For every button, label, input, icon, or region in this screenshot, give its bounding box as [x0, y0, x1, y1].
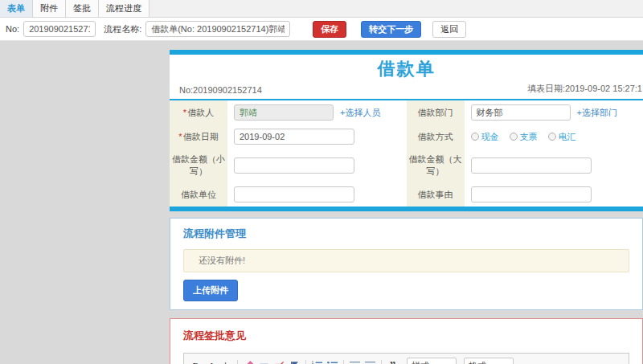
format-dropdown-label: 格式 — [469, 360, 486, 364]
tab-form[interactable]: 表单 — [0, 0, 33, 17]
no-attachments-notice: 还没有附件! — [183, 249, 629, 272]
toolbar-separator — [237, 360, 238, 364]
dept-label-cell: 借款部门 — [407, 100, 465, 125]
editor-toolbar: B I abc — [184, 354, 629, 364]
numbered-list-icon[interactable]: 123 — [310, 359, 324, 364]
dept-field-cell: +选择部门 — [465, 100, 643, 125]
no-label: No: — [6, 24, 19, 34]
strikethrough-icon[interactable]: abc — [219, 359, 233, 364]
fill-date: 填表日期:2019-09-02 15:27:1 — [527, 83, 642, 95]
table-row: 借款单位 借款事由 — [170, 182, 643, 207]
screen: 表单 附件 签批 流程进度 No: 流程名称: 保存 转交下一步 返回 借款单 … — [0, 0, 643, 364]
reason-label-cell: 借款事由 — [407, 182, 465, 207]
radio-cash-label: 现金 — [481, 131, 499, 143]
radio-circle-icon — [548, 133, 556, 141]
link-icon[interactable] — [257, 359, 271, 364]
doc-number: No:20190902152714 — [179, 85, 262, 95]
loan-form-panel: 借款单 No:20190902152714 填表日期:2019-09-02 15… — [170, 50, 643, 211]
required-marker: * — [178, 132, 182, 141]
forward-next-step-button[interactable]: 转交下一步 — [361, 21, 421, 38]
toolbar: No: 流程名称: 保存 转交下一步 返回 — [0, 18, 643, 41]
table-row: *借款人 +选择人员 借款部门 +选择部门 — [170, 100, 643, 125]
amount-upper-label: 借款金额（大写） — [409, 154, 462, 176]
radio-circle-icon — [471, 133, 479, 141]
loan-form-table: *借款人 +选择人员 借款部门 +选择部门 *借款日期 — [170, 100, 643, 207]
form-title: 借款单 — [170, 55, 643, 81]
bulleted-list-icon[interactable] — [326, 359, 339, 364]
select-dept-link[interactable]: +选择部门 — [577, 108, 617, 117]
date-label: 借款日期 — [183, 132, 219, 141]
radio-wire-label: 电汇 — [559, 131, 576, 143]
toolbar-separator — [305, 360, 306, 364]
blockquote-icon[interactable]: ” — [386, 359, 399, 364]
borrower-field-cell: +选择人员 — [227, 100, 407, 125]
outdent-icon[interactable] — [348, 359, 362, 364]
amount-lower-label-cell: 借款金额（小写） — [170, 149, 227, 182]
panel-bottom-bar — [170, 207, 643, 211]
dept-input[interactable] — [471, 104, 571, 121]
bold-icon[interactable]: B — [189, 359, 203, 364]
tab-approval[interactable]: 签批 — [66, 0, 99, 17]
borrower-label: 借款人 — [187, 108, 214, 117]
loan-date-input[interactable] — [234, 129, 354, 145]
date-field-cell — [227, 125, 407, 149]
radio-cheque[interactable]: 支票 — [510, 131, 538, 143]
unit-label-cell: 借款单位 — [170, 182, 227, 207]
radio-wire[interactable]: 电汇 — [548, 131, 576, 143]
indent-icon[interactable] — [363, 359, 377, 364]
tab-attachments[interactable]: 附件 — [33, 0, 66, 17]
unlink-icon[interactable] — [272, 359, 286, 364]
borrower-label-cell: *借款人 — [170, 100, 227, 125]
radio-circle-icon — [510, 133, 518, 141]
tab-bar: 表单 附件 签批 流程进度 — [0, 0, 643, 18]
method-field-cell: 现金 支票 电汇 — [465, 125, 643, 149]
header: 表单 附件 签批 流程进度 No: 流程名称: 保存 转交下一步 返回 — [0, 0, 643, 41]
attachments-heading: 流程附件管理 — [183, 227, 629, 241]
amount-upper-label-cell: 借款金额（大写） — [407, 149, 465, 182]
unit-label: 借款单位 — [181, 190, 216, 199]
reason-field-cell — [465, 182, 643, 207]
styles-dropdown[interactable]: 样式 ▾ — [407, 358, 457, 364]
amount-lower-field-cell — [227, 149, 407, 182]
table-row: *借款日期 借款方式 现金 支票 电汇 — [170, 125, 643, 149]
process-name-label: 流程名称: — [104, 23, 141, 35]
method-label-cell: 借款方式 — [407, 125, 465, 149]
toolbar-separator — [381, 360, 382, 364]
loan-unit-input[interactable] — [234, 186, 354, 202]
rich-text-editor: B I abc — [183, 353, 629, 364]
loan-reason-input[interactable] — [471, 186, 592, 202]
reason-label: 借款事由 — [418, 190, 453, 199]
format-dropdown[interactable]: 格式 ▾ — [464, 358, 514, 364]
process-name-input[interactable] — [145, 21, 290, 37]
doc-meta-row: No:20190902152714 填表日期:2019-09-02 15:27:… — [170, 81, 643, 100]
radio-cheque-label: 支票 — [520, 131, 538, 143]
amount-upper-field-cell — [465, 149, 643, 182]
save-button[interactable]: 保存 — [313, 21, 346, 38]
amount-lower-label: 借款金额（小写） — [172, 154, 225, 176]
anchor-flag-icon[interactable] — [288, 359, 301, 364]
upload-attachment-button[interactable]: 上传附件 — [183, 280, 238, 301]
amount-upper-input[interactable] — [471, 157, 592, 174]
unit-field-cell — [227, 182, 407, 207]
italic-icon[interactable]: I — [204, 359, 218, 364]
date-label-cell: *借款日期 — [170, 125, 227, 149]
tab-process-progress[interactable]: 流程进度 — [99, 0, 149, 17]
toolbar-separator — [343, 360, 344, 364]
amount-lower-input[interactable] — [234, 157, 354, 174]
radio-cash[interactable]: 现金 — [471, 131, 499, 143]
attachments-panel: 流程附件管理 还没有附件! 上传附件 — [170, 218, 643, 310]
approval-heading: 流程签批意见 — [183, 329, 629, 343]
copy-formatting-icon[interactable] — [242, 359, 256, 364]
required-marker: * — [183, 108, 186, 117]
styles-dropdown-label: 样式 — [412, 360, 429, 364]
approval-panel: 流程签批意见 B I abc — [170, 318, 643, 364]
table-row: 借款金额（小写） 借款金额（大写） — [170, 149, 643, 182]
borrower-input[interactable] — [234, 104, 334, 121]
back-button[interactable]: 返回 — [432, 21, 466, 38]
no-input[interactable] — [23, 21, 96, 37]
method-label: 借款方式 — [418, 132, 453, 141]
select-person-link[interactable]: +选择人员 — [340, 108, 380, 117]
main-panel: 借款单 No:20190902152714 填表日期:2019-09-02 15… — [170, 50, 643, 364]
dept-label: 借款部门 — [418, 108, 453, 117]
